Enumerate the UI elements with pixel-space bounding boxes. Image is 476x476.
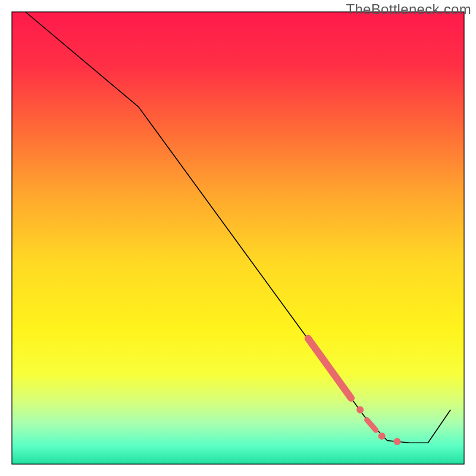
chart-container: TheBottleneck.com <box>0 0 476 476</box>
watermark-text: TheBottleneck.com <box>346 1 471 18</box>
chart-background <box>12 12 464 464</box>
dot-b <box>378 433 386 440</box>
bottleneck-chart <box>0 0 476 476</box>
dot-c <box>394 438 401 445</box>
dot-a <box>356 406 364 414</box>
